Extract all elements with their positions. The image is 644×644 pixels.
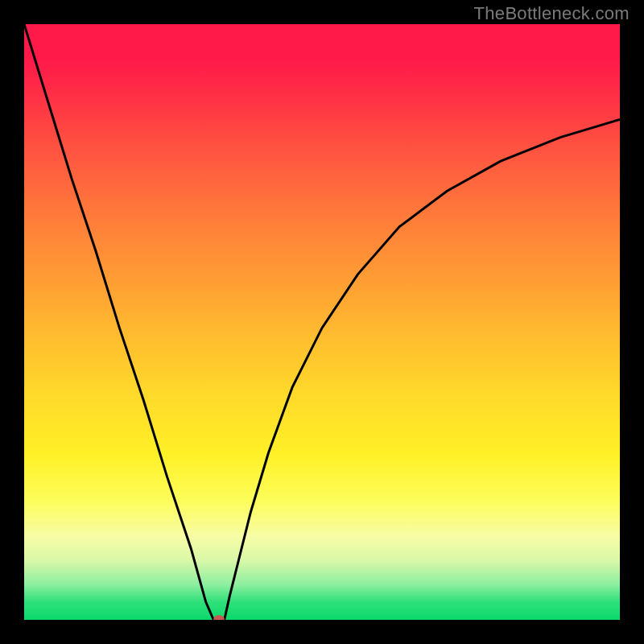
- plot-area: [24, 24, 620, 620]
- optimum-marker: [213, 615, 225, 620]
- curve-svg: [24, 24, 620, 620]
- curve-path-right: [225, 119, 620, 620]
- chart-root: TheBottleneck.com: [0, 0, 644, 644]
- watermark-text: TheBottleneck.com: [474, 3, 630, 24]
- curve-path-left: [24, 24, 213, 620]
